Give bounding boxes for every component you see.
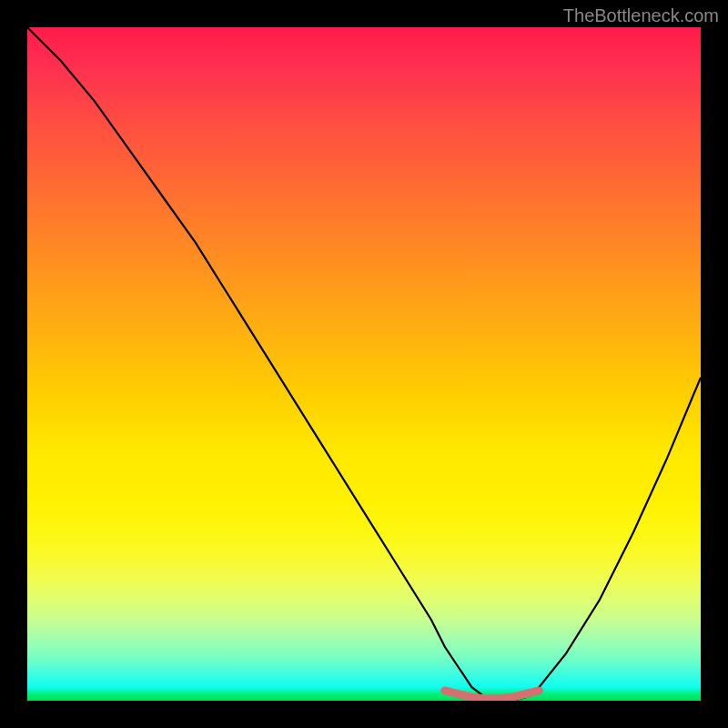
plot-area <box>27 27 701 701</box>
optimal-region-marker <box>445 691 540 699</box>
watermark-text: TheBottleneck.com <box>563 5 719 26</box>
main-curve <box>27 27 701 701</box>
chart-container: TheBottleneck.com <box>0 0 728 728</box>
curve-svg <box>27 27 701 701</box>
